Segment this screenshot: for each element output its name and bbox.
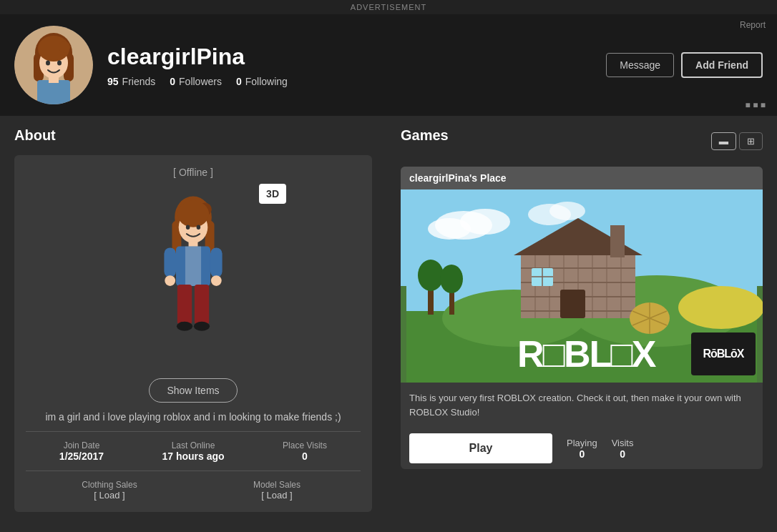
avatar [14,26,93,104]
grid-view-button[interactable]: ⊞ [739,132,763,150]
place-visits-label: Place Visits [249,440,361,450]
grid-view-icon: ⊞ [747,136,755,147]
bio-text: im a girl and i love playing roblox and … [39,411,346,423]
svg-point-28 [177,322,192,331]
report-link[interactable]: Report [740,20,766,30]
about-section: About [ Offline ] [0,116,386,523]
svg-point-42 [440,265,463,293]
svg-point-6 [59,41,70,53]
3d-button[interactable]: 3D [259,184,286,204]
profile-username: cleargirlPina [107,44,606,70]
game-actions: Play Playing 0 Visits 0 [401,428,763,469]
stats-row-2: Clothing Sales [ Load ] Model Sales [ Lo… [26,480,361,501]
friends-label: Friends [122,76,156,87]
game-card: cleargirlPina's Place [401,167,763,469]
dots-menu-icon[interactable]: ■ ■ ■ [746,100,766,110]
last-online-value: 17 hours ago [137,450,249,462]
friends-count: 95 [107,76,119,87]
following-stat: 0 Following [236,76,288,87]
svg-rect-57 [560,290,585,318]
profile-stats: 95 Friends 0 Followers 0 Following [107,76,606,87]
game-description: This is your very first ROBLOX creation.… [401,383,763,428]
svg-point-8 [57,61,62,66]
play-button[interactable]: Play [409,433,552,463]
message-button[interactable]: Message [606,53,674,77]
svg-rect-26 [177,285,192,324]
svg-point-65 [678,286,763,329]
profile-header: Report ■ ■ ■ cleargir [0,14,777,116]
stats-row-1: Join Date 1/25/2017 Last Online 17 hours… [26,440,361,462]
svg-point-33 [428,218,471,240]
playing-value: 0 [567,448,597,460]
ad-bar: ADVERTISEMENT [0,0,777,14]
svg-point-7 [46,61,50,66]
profile-actions: Message Add Friend [606,52,763,78]
visits-label: Visits [612,438,634,448]
join-date-label: Join Date [26,440,137,450]
svg-rect-23 [210,247,223,277]
join-date-col: Join Date 1/25/2017 [26,440,137,462]
place-visits-value: 0 [249,450,361,462]
character-svg [129,191,258,363]
model-sales-col: Model Sales [ Load ] [193,480,361,501]
join-date-value: 1/25/2017 [26,450,137,462]
svg-point-29 [194,322,210,331]
following-count: 0 [236,76,242,87]
followers-count: 0 [170,76,175,87]
game-title-bar: cleargirlPina's Place [401,167,763,189]
following-label: Following [245,76,288,87]
svg-point-18 [197,225,201,230]
visits-stat: Visits 0 [612,438,634,460]
divider-2 [26,471,361,471]
followers-stat: 0 Followers [170,76,222,87]
clothing-sales-load[interactable]: [ Load ] [26,490,193,501]
status-label: [ Offline ] [26,167,361,178]
roblox-watermark: RōBLōX [691,332,756,375]
main-content: About [ Offline ] [0,116,777,523]
roblox-logo-text: RōBLōX [703,348,743,360]
avatar-svg [14,26,93,104]
followers-label: Followers [179,76,222,87]
clothing-sales-col: Clothing Sales [ Load ] [26,480,193,501]
games-header: Games ▬ ⊞ [401,127,763,155]
list-view-button[interactable]: ▬ [711,132,736,150]
add-friend-button[interactable]: Add Friend [681,52,763,78]
svg-point-25 [211,275,222,286]
clothing-sales-label: Clothing Sales [26,480,193,490]
ad-label: ADVERTISEMENT [351,3,426,11]
svg-rect-22 [164,247,176,277]
last-online-label: Last Online [137,440,249,450]
svg-rect-21 [185,247,201,286]
svg-point-35 [549,202,585,220]
svg-rect-9 [37,80,70,104]
game-thumbnail: R□BL□X RōBLōX [401,189,763,383]
svg-point-16 [177,201,209,227]
profile-info: cleargirlPina 95 Friends 0 Followers 0 F… [107,44,606,87]
about-title: About [14,127,372,144]
divider-1 [26,431,361,432]
svg-text:R□BL□X: R□BL□X [517,333,657,375]
about-card: [ Offline ] [14,155,372,512]
svg-point-24 [165,275,175,286]
view-toggle: ▬ ⊞ [711,132,763,150]
friends-stat: 95 Friends [107,76,155,87]
svg-point-40 [418,260,444,291]
place-visits-col: Place Visits 0 [249,440,361,462]
games-title: Games [401,127,449,144]
show-items-button[interactable]: Show Items [149,378,237,403]
playing-stat: Playing 0 [567,438,597,460]
model-sales-label: Model Sales [193,480,361,490]
character-display: 3D [122,184,265,370]
svg-point-17 [186,225,190,230]
svg-rect-10 [49,77,59,83]
last-online-col: Last Online 17 hours ago [137,440,249,462]
list-view-icon: ▬ [719,136,728,147]
games-section: Games ▬ ⊞ cleargirlPina's Place [386,116,777,523]
svg-rect-27 [195,285,209,324]
model-sales-load[interactable]: [ Load ] [193,490,361,501]
visits-value: 0 [612,448,634,460]
svg-rect-56 [610,225,625,257]
playing-label: Playing [567,438,597,448]
